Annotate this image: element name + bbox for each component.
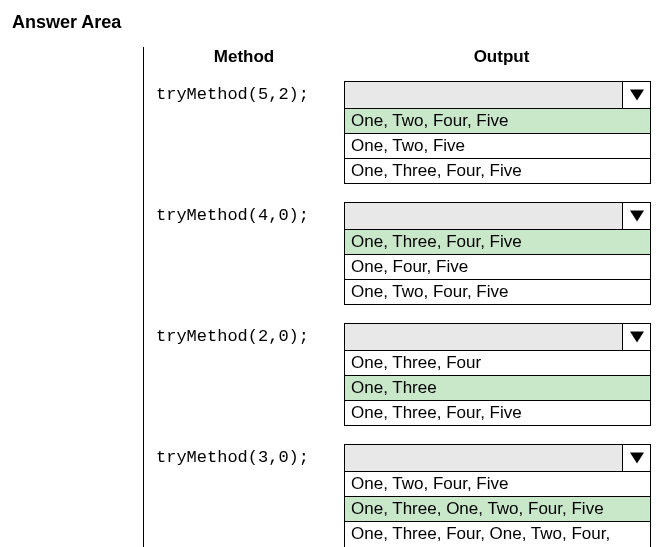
dropdown-field[interactable]: [345, 445, 622, 471]
question-row: tryMethod(5,2); One, Two, Four, Five One…: [144, 81, 659, 184]
dropdown-option[interactable]: One, Two, Four, Five: [344, 109, 651, 134]
chevron-down-icon: [630, 330, 644, 344]
question-row: tryMethod(2,0); One, Three, Four One, Th…: [144, 323, 659, 426]
dropdown-arrow[interactable]: [622, 445, 650, 471]
dropdown-option[interactable]: One, Three, Four, Five: [344, 401, 651, 426]
dropdown-option[interactable]: One, Three, Four, Five: [344, 230, 651, 255]
output-dropdown-group: One, Two, Four, Five One, Three, One, Tw…: [344, 444, 659, 547]
content-area: Method Output tryMethod(5,2); One, Two, …: [12, 47, 659, 547]
dropdown-option[interactable]: One, Three, Four: [344, 351, 651, 376]
svg-marker-1: [630, 210, 644, 221]
question-row: tryMethod(3,0); One, Two, Four, Five One…: [144, 444, 659, 547]
dropdown-field[interactable]: [345, 324, 622, 350]
dropdown-arrow[interactable]: [622, 203, 650, 229]
output-dropdown-group: One, Three, Four, Five One, Four, Five O…: [344, 202, 659, 305]
chevron-down-icon: [630, 451, 644, 465]
dropdown-arrow[interactable]: [622, 324, 650, 350]
dropdown-option[interactable]: One, Two, Four, Five: [344, 472, 651, 497]
method-call: tryMethod(5,2);: [144, 81, 344, 184]
output-header: Output: [344, 47, 659, 67]
chevron-down-icon: [630, 209, 644, 223]
svg-marker-0: [630, 89, 644, 100]
output-dropdown-group: One, Two, Four, Five One, Two, Five One,…: [344, 81, 659, 184]
dropdown-field[interactable]: [345, 203, 622, 229]
dropdown[interactable]: [344, 81, 651, 109]
dropdown[interactable]: [344, 202, 651, 230]
svg-marker-3: [630, 452, 644, 463]
dropdown-option[interactable]: One, Three, Four, One, Two, Four, Five: [344, 522, 651, 547]
dropdown-arrow[interactable]: [622, 82, 650, 108]
method-call: tryMethod(4,0);: [144, 202, 344, 305]
dropdown-field[interactable]: [345, 82, 622, 108]
page-title: Answer Area: [12, 12, 659, 33]
dropdown-option[interactable]: One, Two, Four, Five: [344, 280, 651, 305]
svg-marker-2: [630, 331, 644, 342]
method-call: tryMethod(2,0);: [144, 323, 344, 426]
question-row: tryMethod(4,0); One, Three, Four, Five O…: [144, 202, 659, 305]
right-content: Method Output tryMethod(5,2); One, Two, …: [144, 47, 659, 547]
output-dropdown-group: One, Three, Four One, Three One, Three, …: [344, 323, 659, 426]
dropdown-option[interactable]: One, Four, Five: [344, 255, 651, 280]
dropdown-option[interactable]: One, Three, Four, Five: [344, 159, 651, 184]
dropdown-option[interactable]: One, Three, One, Two, Four, Five: [344, 497, 651, 522]
dropdown[interactable]: [344, 323, 651, 351]
method-header: Method: [144, 47, 344, 67]
dropdown-option[interactable]: One, Three: [344, 376, 651, 401]
dropdown[interactable]: [344, 444, 651, 472]
method-call: tryMethod(3,0);: [144, 444, 344, 547]
header-row: Method Output: [144, 47, 659, 81]
chevron-down-icon: [630, 88, 644, 102]
left-spacer: [12, 47, 144, 547]
dropdown-option[interactable]: One, Two, Five: [344, 134, 651, 159]
